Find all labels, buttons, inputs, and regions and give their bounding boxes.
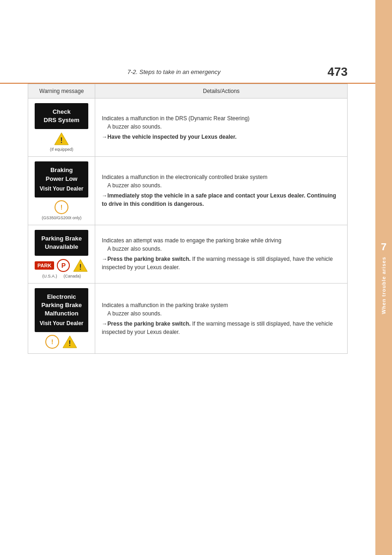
- circle-exclaim-icon: !: [55, 200, 68, 214]
- park-captions: (U.S.A.) (Canada): [35, 272, 88, 278]
- park-detail-text: Indicates an attempt was made to engage …: [102, 237, 281, 252]
- svg-text:!: !: [69, 339, 71, 347]
- header-page-num: 473: [328, 65, 348, 79]
- epb-icon-row: ! !: [35, 335, 88, 349]
- epb-display: Electronic Parking Brake Malfunction Vis…: [35, 288, 88, 332]
- table-row: Braking Power Low Visit Your Dealer ! (G…: [28, 157, 348, 225]
- sidebar-chapter-label: When trouble arises: [381, 257, 386, 314]
- brake-caption: (GS350/GS200t only): [35, 216, 88, 220]
- epb-line2: Parking Brake: [38, 301, 85, 309]
- park-line1: Parking Brake: [38, 234, 85, 243]
- drs-icon-row: !: [35, 132, 88, 146]
- warning-cell-brake: Braking Power Low Visit Your Dealer ! (G…: [28, 157, 95, 225]
- drs-caption: (If equipped): [35, 147, 88, 152]
- brake-icon-row: !: [35, 200, 88, 214]
- triangle-warning-icon3: !: [62, 335, 78, 349]
- drs-line2: DRS System: [38, 116, 85, 124]
- warning-cell-epb: Electronic Parking Brake Malfunction Vis…: [28, 283, 95, 353]
- page-bottom: [0, 372, 392, 511]
- triangle-warning-icon2: !: [73, 259, 88, 272]
- drs-detail-text: Indicates a malfunction in the DRS (Dyna…: [102, 115, 249, 130]
- warning-table: Warning message Details/Actions Check DR…: [28, 84, 348, 354]
- col-header-warning: Warning message: [28, 84, 95, 99]
- table-row: Check DRS System ! (If equipped) Indic: [28, 99, 348, 157]
- park-icon-row: PARK P !: [35, 259, 88, 272]
- col-header-details: Details/Actions: [95, 84, 348, 99]
- main-content: Warning message Details/Actions Check DR…: [0, 84, 375, 372]
- brake-arrow: →Immediately stop the vehicle in a safe …: [102, 191, 341, 208]
- epb-circle-icon: !: [45, 335, 59, 349]
- drs-arrow: →Have the vehicle inspected by your Lexu…: [102, 133, 341, 141]
- brake-line2: Power Low: [38, 175, 85, 183]
- warning-cell-drs: Check DRS System ! (If equipped): [28, 99, 95, 157]
- brake-display: Braking Power Low Visit Your Dealer: [35, 161, 88, 197]
- brake-detail-text: Indicates a malfunction in the electroni…: [102, 174, 267, 189]
- header-section: 7-2. Steps to take in an emergency: [28, 68, 320, 75]
- brake-line1: Braking: [38, 166, 85, 174]
- details-cell-drs: Indicates a malfunction in the DRS (Dyna…: [95, 99, 348, 157]
- page-container: 7 When trouble arises 7-2. Steps to take…: [0, 0, 392, 555]
- triangle-warning-icon: !: [54, 132, 69, 146]
- svg-text:!: !: [61, 136, 63, 144]
- epb-line3: Malfunction: [38, 309, 85, 318]
- epb-line1: Electronic: [38, 293, 85, 301]
- table-row: Electronic Parking Brake Malfunction Vis…: [28, 283, 348, 353]
- park-arrow: →Press the parking brake switch. If the …: [102, 255, 341, 271]
- warning-cell-park: Parking Brake Unavailable PARK P !: [28, 225, 95, 283]
- drs-display: Check DRS System: [35, 103, 88, 129]
- details-cell-park: Indicates an attempt was made to engage …: [95, 225, 348, 283]
- park-caption-usa: (U.S.A.): [42, 274, 57, 278]
- sidebar-accent: 7 When trouble arises: [375, 0, 392, 555]
- details-cell-brake: Indicates a malfunction in the electroni…: [95, 157, 348, 225]
- epb-detail-text: Indicates a malfunction in the parking b…: [102, 302, 228, 317]
- park-caption-canada: (Canada): [63, 274, 81, 278]
- park-badge: PARK: [35, 261, 54, 270]
- details-cell-epb: Indicates a malfunction in the parking b…: [95, 283, 348, 353]
- park-display: Parking Brake Unavailable: [35, 230, 88, 256]
- page-header: 7-2. Steps to take in an emergency 473: [0, 0, 375, 84]
- p-circle-icon: P: [57, 259, 70, 272]
- table-row: Parking Brake Unavailable PARK P !: [28, 225, 348, 283]
- epb-arrow: →Press the parking brake switch. If the …: [102, 320, 341, 336]
- svg-text:!: !: [80, 263, 82, 271]
- epb-visit-dealer: Visit Your Dealer: [38, 320, 85, 327]
- park-line2: Unavailable: [38, 243, 85, 251]
- drs-line1: Check: [38, 108, 85, 116]
- brake-visit-dealer: Visit Your Dealer: [38, 185, 85, 193]
- sidebar-chapter-num: 7: [381, 241, 386, 253]
